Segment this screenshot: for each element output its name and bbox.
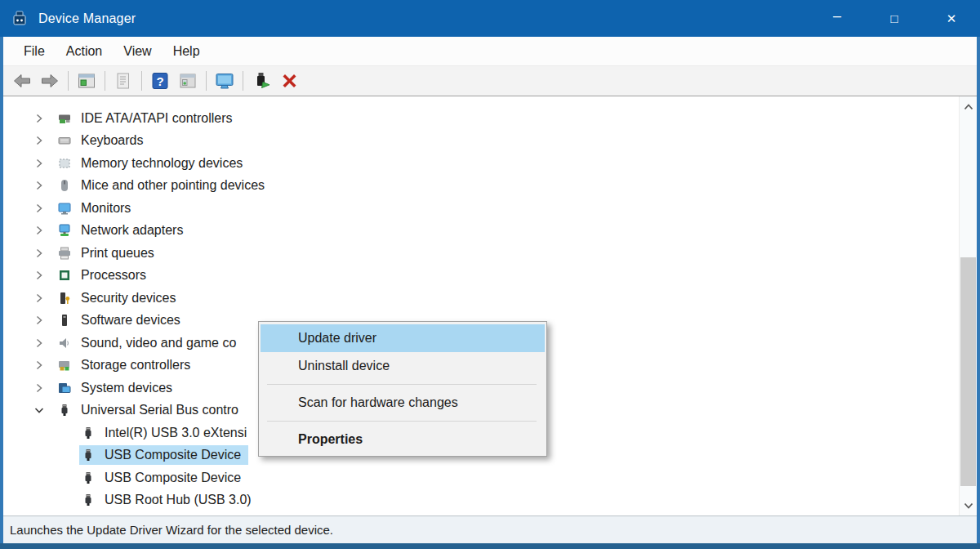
chevron-right-icon[interactable] bbox=[33, 247, 46, 260]
speaker-icon bbox=[58, 337, 71, 350]
tree-item[interactable]: System devices bbox=[56, 378, 180, 398]
menu-file[interactable]: File bbox=[13, 39, 56, 64]
tree-row[interactable]: Monitors bbox=[3, 197, 977, 220]
tree-item-label: USB Composite Device bbox=[105, 471, 241, 485]
minimize-button[interactable]: – bbox=[808, 0, 866, 37]
toolbar-separator bbox=[243, 71, 243, 91]
toolbar-separator bbox=[68, 71, 69, 91]
tree-row[interactable]: Security devices bbox=[3, 287, 977, 310]
chevron-right-icon[interactable] bbox=[33, 179, 46, 192]
scan-for-hardware-changes-button[interactable] bbox=[212, 69, 237, 92]
printer-icon bbox=[58, 247, 71, 260]
chevron-right-icon[interactable] bbox=[33, 292, 46, 305]
tree-item[interactable]: Keyboards bbox=[56, 131, 151, 150]
scroll-up-icon[interactable] bbox=[960, 98, 977, 114]
context-menu-item-uninstall-device[interactable]: Uninstall device bbox=[261, 352, 545, 380]
tree-item[interactable]: Memory technology devices bbox=[56, 154, 250, 173]
chevron-down-icon[interactable] bbox=[33, 404, 46, 417]
tree-item[interactable]: Mice and other pointing devices bbox=[56, 176, 272, 195]
tree-item-label: Memory technology devices bbox=[81, 156, 243, 171]
tree-item-label: Network adapters bbox=[81, 223, 183, 238]
device-manager-icon bbox=[11, 10, 29, 28]
tree-item-selected[interactable]: USB Composite Device bbox=[79, 445, 248, 465]
toolbar: ? bbox=[3, 66, 977, 96]
chevron-right-icon[interactable] bbox=[33, 112, 46, 125]
maximize-button[interactable]: □ bbox=[866, 0, 923, 37]
scan-monitor-icon bbox=[215, 71, 234, 91]
scrollbar-thumb[interactable] bbox=[960, 257, 976, 486]
show-console-tree-button[interactable] bbox=[74, 69, 99, 92]
menu-view[interactable]: View bbox=[113, 39, 162, 64]
tree-item[interactable]: USB Composite Device bbox=[79, 468, 248, 488]
chevron-right-icon[interactable] bbox=[33, 202, 46, 215]
tree-item[interactable]: Universal Serial Bus contro bbox=[56, 400, 246, 420]
tree-item[interactable]: Processors bbox=[56, 266, 154, 285]
usb-icon bbox=[82, 493, 95, 507]
tree-item[interactable]: Network adapters bbox=[56, 221, 190, 240]
tree-item[interactable]: Sound, video and game co bbox=[56, 333, 243, 353]
close-button[interactable]: ✕ bbox=[923, 0, 980, 37]
tree-row[interactable]: Memory technology devices bbox=[3, 152, 977, 175]
scroll-down-icon[interactable] bbox=[960, 498, 977, 514]
tree-row[interactable]: Print queues bbox=[3, 242, 977, 265]
tree-item-label: Security devices bbox=[81, 291, 176, 306]
tree-row[interactable]: USB Composite Device bbox=[3, 466, 977, 489]
content-area: IDE ATA/ATAPI controllersKeyboardsMemory… bbox=[3, 96, 977, 516]
tree-row[interactable]: IDE ATA/ATAPI controllers bbox=[3, 107, 977, 130]
usb-icon bbox=[82, 426, 95, 440]
menubar: FileActionViewHelp bbox=[3, 37, 977, 66]
context-menu-item-properties[interactable]: Properties bbox=[261, 426, 545, 453]
network-adapter-icon bbox=[58, 224, 71, 237]
menu-help[interactable]: Help bbox=[163, 39, 211, 64]
tree-row[interactable]: Processors bbox=[3, 265, 977, 288]
chevron-right-icon[interactable] bbox=[33, 224, 46, 237]
tree-item[interactable]: Intel(R) USB 3.0 eXtensi bbox=[79, 423, 254, 443]
chevron-right-icon[interactable] bbox=[33, 134, 46, 147]
device-manager-window: Device Manager –□✕ FileActionViewHelp ? … bbox=[0, 0, 980, 549]
tree-row[interactable]: Mice and other pointing devices bbox=[3, 175, 977, 198]
chevron-right-icon[interactable] bbox=[33, 314, 46, 327]
back-button[interactable] bbox=[10, 69, 34, 92]
forward-button[interactable] bbox=[38, 69, 62, 92]
tree-item-label: Processors bbox=[81, 268, 146, 283]
tree-item[interactable]: IDE ATA/ATAPI controllers bbox=[56, 109, 240, 128]
keyboard-icon bbox=[58, 134, 71, 147]
properties-button[interactable] bbox=[176, 69, 200, 92]
context-menu-item-update-driver[interactable]: Update driver bbox=[261, 324, 545, 352]
context-menu-separator bbox=[267, 421, 537, 422]
chevron-right-icon[interactable] bbox=[33, 269, 46, 282]
toolbar-separator bbox=[141, 71, 142, 91]
update-driver-button[interactable] bbox=[249, 69, 274, 92]
usb-icon bbox=[82, 449, 95, 462]
tree-item[interactable]: Security devices bbox=[56, 288, 184, 308]
help-button[interactable]: ? bbox=[148, 69, 172, 92]
chevron-right-icon[interactable] bbox=[33, 157, 46, 170]
menu-action[interactable]: Action bbox=[56, 39, 113, 64]
tree-item[interactable]: Storage controllers bbox=[56, 355, 198, 375]
uninstall-button[interactable] bbox=[277, 69, 301, 92]
tree-item[interactable]: Software devices bbox=[56, 310, 188, 330]
context-menu-item-scan-for-hardware-changes[interactable]: Scan for hardware changes bbox=[261, 389, 545, 417]
chevron-right-icon[interactable] bbox=[33, 337, 46, 350]
export-list-button[interactable] bbox=[111, 69, 136, 92]
usb-icon bbox=[58, 404, 71, 417]
mouse-icon bbox=[58, 179, 71, 192]
chevron-right-icon[interactable] bbox=[33, 382, 46, 395]
vertical-scrollbar[interactable] bbox=[959, 96, 977, 516]
tree-item[interactable]: USB Root Hub (USB 3.0) bbox=[79, 490, 259, 510]
chevron-right-icon[interactable] bbox=[33, 359, 46, 372]
window-frame: FileActionViewHelp ? IDE ATA/ATAPI contr… bbox=[0, 37, 980, 543]
tree-item[interactable]: Monitors bbox=[56, 199, 138, 218]
tree-row[interactable]: USB Root Hub (USB 3.0) bbox=[3, 489, 977, 512]
tree-item-label: Keyboards bbox=[81, 133, 144, 148]
security-device-icon bbox=[58, 292, 71, 305]
tree-item-label: Intel(R) USB 3.0 eXtensi bbox=[105, 426, 247, 440]
tree-row[interactable]: Network adapters bbox=[3, 220, 977, 243]
tree-item[interactable]: Print queues bbox=[56, 243, 162, 263]
console-window-icon bbox=[77, 71, 96, 91]
svg-text:?: ? bbox=[156, 74, 163, 88]
back-arrow-icon bbox=[12, 71, 32, 91]
processor-icon bbox=[58, 269, 71, 282]
tree-item-label: IDE ATA/ATAPI controllers bbox=[81, 111, 233, 126]
tree-row[interactable]: Keyboards bbox=[3, 130, 977, 153]
